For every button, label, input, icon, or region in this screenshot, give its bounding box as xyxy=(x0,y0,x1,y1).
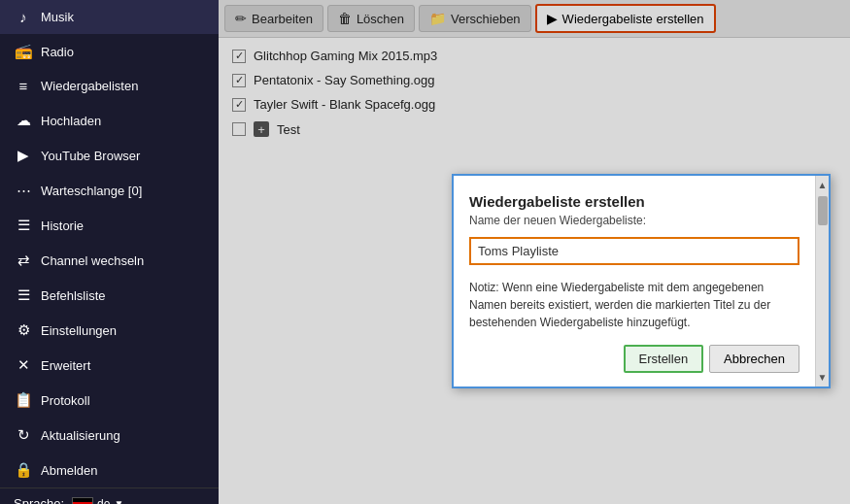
dialog-body: Wiedergabeliste erstellen Name der neuen… xyxy=(454,176,815,386)
dialog-subtitle: Name der neuen Wiedergabeliste: xyxy=(469,214,799,227)
sidebar-icon-hochladen: ☁ xyxy=(14,112,33,129)
sidebar-label-abmelden: Abmelden xyxy=(41,463,98,478)
create-button[interactable]: Erstellen xyxy=(624,345,704,373)
create-playlist-dialog: Wiedergabeliste erstellen Name der neuen… xyxy=(452,174,831,388)
sidebar-label-hochladen: Hochladen xyxy=(41,114,101,128)
main-content: ✏Bearbeiten🗑Löschen📁Verschieben▶Wiederga… xyxy=(219,0,850,504)
sidebar-label-einstellungen: Einstellungen xyxy=(41,323,117,338)
sidebar-icon-musik: ♪ xyxy=(14,9,33,25)
sidebar-item-protokoll[interactable]: 📋 Protokoll xyxy=(0,383,219,418)
sidebar-label-erweitert: Erweitert xyxy=(41,358,90,373)
sidebar-icon-abmelden: 🔒 xyxy=(14,461,33,479)
scroll-thumb[interactable] xyxy=(818,196,828,225)
sidebar-icon-warteschlange: ⋯ xyxy=(14,182,33,199)
language-selector[interactable]: de ▼ xyxy=(72,497,123,505)
sidebar-label-protokoll: Protokoll xyxy=(41,393,90,408)
scroll-up-icon[interactable]: ▲ xyxy=(816,178,830,192)
dialog-overlay: Wiedergabeliste erstellen Name der neuen… xyxy=(219,0,850,504)
sidebar-footer: Sprache: de ▼ xyxy=(0,487,219,504)
sidebar-label-aktualisierung: Aktualisierung xyxy=(41,428,120,443)
sidebar-icon-channel-wechseln: ⇄ xyxy=(14,252,33,269)
sidebar-icon-einstellungen: ⚙ xyxy=(14,321,33,339)
sidebar-label-historie: Historie xyxy=(41,218,84,233)
sidebar-item-erweitert[interactable]: ✕ Erweitert xyxy=(0,348,219,383)
sidebar-icon-radio: 📻 xyxy=(14,43,33,60)
sidebar-label-channel-wechseln: Channel wechseln xyxy=(41,253,144,268)
sidebar-item-youtube-browser[interactable]: ▶ YouTube Browser xyxy=(0,138,219,173)
sidebar-icon-aktualisierung: ↻ xyxy=(14,426,33,444)
dialog-buttons: Erstellen Abbrechen xyxy=(469,345,799,373)
sidebar-item-warteschlange[interactable]: ⋯ Warteschlange [0] xyxy=(0,173,219,208)
sidebar-icon-youtube-browser: ▶ xyxy=(14,147,33,164)
flag-icon xyxy=(72,497,93,505)
sprache-label: Sprache: xyxy=(14,496,64,504)
sidebar-item-hochladen[interactable]: ☁ Hochladen xyxy=(0,103,219,138)
cancel-button[interactable]: Abbrechen xyxy=(709,345,799,373)
sidebar: ♪ Musik 📻 Radio ≡ Wiedergabelisten ☁ Hoc… xyxy=(0,0,219,504)
sidebar-icon-erweitert: ✕ xyxy=(14,356,33,374)
sidebar-item-historie[interactable]: ☰ Historie xyxy=(0,208,219,243)
dialog-note: Notiz: Wenn eine Wiedergabeliste mit dem… xyxy=(469,279,799,331)
sidebar-icon-historie: ☰ xyxy=(14,217,33,234)
sidebar-item-befehlsliste[interactable]: ☰ Befehlsliste xyxy=(0,278,219,313)
dialog-title: Wiedergabeliste erstellen xyxy=(469,193,799,210)
dialog-scrollbar: ▲ ▼ xyxy=(815,176,829,386)
sidebar-icon-wiedergabelisten: ≡ xyxy=(14,78,33,94)
sidebar-label-musik: Musik xyxy=(41,10,74,24)
chevron-down-icon: ▼ xyxy=(114,498,123,504)
scroll-down-icon[interactable]: ▼ xyxy=(816,370,830,385)
sidebar-label-wiedergabelisten: Wiedergabelisten xyxy=(41,79,138,93)
sidebar-item-musik[interactable]: ♪ Musik xyxy=(0,0,219,34)
sidebar-item-channel-wechseln[interactable]: ⇄ Channel wechseln xyxy=(0,243,219,278)
playlist-name-input[interactable] xyxy=(469,237,799,265)
language-code: de xyxy=(97,497,110,505)
sidebar-icon-protokoll: 📋 xyxy=(14,391,33,409)
sidebar-item-radio[interactable]: 📻 Radio xyxy=(0,34,219,69)
sidebar-icon-befehlsliste: ☰ xyxy=(14,286,33,304)
sidebar-item-aktualisierung[interactable]: ↻ Aktualisierung xyxy=(0,418,219,453)
sidebar-item-wiedergabelisten[interactable]: ≡ Wiedergabelisten xyxy=(0,69,219,103)
sidebar-item-abmelden[interactable]: 🔒 Abmelden xyxy=(0,453,219,487)
sidebar-label-befehlsliste: Befehlsliste xyxy=(41,288,105,303)
sidebar-label-radio: Radio xyxy=(41,45,74,59)
sidebar-item-einstellungen[interactable]: ⚙ Einstellungen xyxy=(0,313,219,348)
sidebar-label-youtube-browser: YouTube Browser xyxy=(41,149,140,163)
sidebar-label-warteschlange: Warteschlange [0] xyxy=(41,184,142,198)
